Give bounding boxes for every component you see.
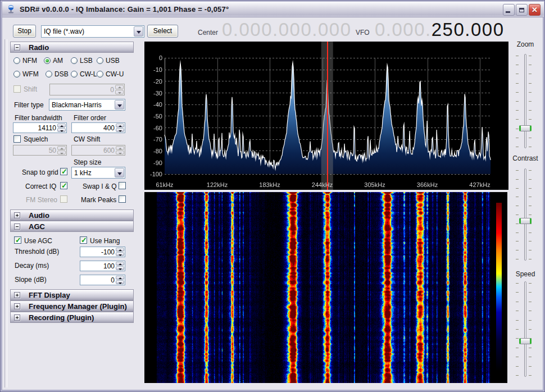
squelch-increment-icon[interactable] [57,146,66,150]
agc-decay-input[interactable]: 100 [80,261,125,271]
collapse-icon[interactable] [14,44,20,51]
contrast-slider-track[interactable] [524,168,526,261]
agc-threshold-label: Threshold (dB) [15,248,59,256]
cw-shift-increment-icon[interactable] [116,146,124,150]
db-tick-label: -60 [146,125,162,131]
radio-mode-cwu[interactable] [97,71,103,78]
radio-mode-cwl[interactable] [71,71,78,78]
speed-slider-track[interactable] [524,281,526,377]
expand-icon[interactable] [14,292,20,298]
cw-shift-decrement-icon[interactable] [116,151,124,154]
correct-iq-checkbox[interactable]: ✓ [60,182,67,189]
slider-tick [529,56,532,56]
use-agc-checkbox[interactable]: ✓ [14,236,21,244]
bandwidth-decrement-icon[interactable] [57,128,66,132]
contrast-slider-thumb[interactable] [519,218,532,224]
cw-shift-input[interactable]: 600 [71,145,125,156]
audio-section-header[interactable]: Audio [10,209,134,221]
slider-tick [529,357,532,357]
shift-input[interactable]: 0 [49,84,125,95]
fft-display-section-header[interactable]: FFT Display [10,289,134,300]
slider-tick [516,259,519,259]
vfo-frequency-display[interactable]: 0.000.250.000 [375,19,505,40]
squelch-checkbox[interactable]: ✓ [13,135,21,143]
order-decrement-icon[interactable] [116,128,124,132]
radio-mode-usb[interactable] [97,57,103,64]
maximize-button[interactable] [516,4,528,16]
fm-stereo-checkbox[interactable]: ✓ [60,195,67,203]
slider-tick [529,65,532,65]
decay-increment-icon[interactable] [116,262,124,266]
swap-iq-checkbox[interactable]: ✓ [119,182,126,189]
radio-mode-dsb[interactable] [46,71,52,78]
radio-mode-am[interactable] [44,57,51,64]
mark-peaks-checkbox[interactable]: ✓ [119,195,126,203]
stop-button[interactable]: Stop [13,25,36,38]
radio-mode-lsb[interactable] [71,57,78,64]
expand-icon[interactable] [14,314,20,321]
agc-slope-value: 0 [111,276,115,284]
agc-slope-label: Slope (dB) [15,276,47,284]
select-button[interactable]: Select [147,25,178,38]
threshold-decrement-icon[interactable] [116,252,124,256]
center-frequency-label: Center [198,29,218,37]
slider-rail: ZoomContrastSpeed [508,39,542,390]
use-hang-checkbox[interactable]: ✓ [80,236,87,244]
slider-tick [516,74,519,74]
bandwidth-increment-icon[interactable] [57,124,66,127]
expand-icon[interactable] [14,303,20,309]
snap-to-grid-checkbox[interactable]: ✓ [60,168,67,175]
combo-dropdown-icon[interactable] [134,26,143,37]
radio-mode-nfm[interactable] [13,57,20,64]
vfo-digits-gray[interactable]: 0.000. [375,19,432,40]
filter-bandwidth-input[interactable]: 14110 [13,122,67,133]
radio-mode-wfm[interactable] [13,71,20,78]
squelch-input[interactable]: 50 [13,145,67,156]
decay-decrement-icon[interactable] [116,266,124,270]
freq-tick-label: 61kHz [150,181,179,188]
freq-tick-label: 244kHz [308,181,337,188]
slider-tick [529,110,532,111]
close-button[interactable]: ✕ [529,4,541,16]
slider-tick [529,320,532,321]
source-combobox[interactable]: IQ file (*.wav) [41,25,144,38]
recording-section-header[interactable]: Recording (Plugin) [10,312,134,323]
filter-type-combobox[interactable]: Blackman-Harris [49,99,125,111]
expand-icon[interactable] [14,212,20,218]
squelch-decrement-icon[interactable] [57,151,66,154]
waterfall-canvas[interactable] [144,192,507,383]
step-size-dropdown-icon[interactable] [115,168,124,177]
slope-decrement-icon[interactable] [116,280,124,284]
shift-increment-icon[interactable] [115,85,124,89]
agc-slope-input[interactable]: 0 [80,275,125,285]
radio-section-header[interactable]: Radio [10,42,134,53]
zoom-slider-thumb[interactable] [519,125,532,131]
waterfall-display[interactable] [144,192,507,383]
minimize-button[interactable] [503,4,515,16]
vfo-digits-active[interactable]: 250.000 [432,19,505,40]
center-frequency-display[interactable]: 0.000.000.000 [222,19,352,40]
filter-type-dropdown-icon[interactable] [115,100,124,110]
step-size-combobox[interactable]: 1 kHz [71,167,125,179]
db-tick-label: -90 [146,159,162,166]
shift-checkbox[interactable]: ✓ [13,85,21,93]
slope-increment-icon[interactable] [116,276,124,280]
zoom-slider-track[interactable] [524,54,526,148]
agc-section-header[interactable]: AGC [10,221,134,232]
filter-order-input[interactable]: 400 [71,122,125,133]
spectrum-display[interactable]: 0-10-20-30-40-50-60-70-80-90-10061kHz122… [144,42,508,190]
shift-decrement-icon[interactable] [115,90,124,94]
threshold-increment-icon[interactable] [116,248,124,252]
db-tick-label: -70 [146,136,162,143]
use-hang-label: Use Hang [90,237,120,245]
slider-tick [529,119,532,120]
speed-slider-thumb[interactable] [519,338,532,344]
slider-tick [516,224,519,224]
spectrum-canvas[interactable] [144,42,508,190]
slider-tick [529,179,532,180]
frequency-manager-section-header[interactable]: Frequency Manager (Plugin) [10,300,134,312]
collapse-icon[interactable] [14,224,20,230]
agc-threshold-input[interactable]: -100 [80,247,125,257]
order-increment-icon[interactable] [116,124,124,127]
splitter-grip[interactable] [4,39,7,388]
